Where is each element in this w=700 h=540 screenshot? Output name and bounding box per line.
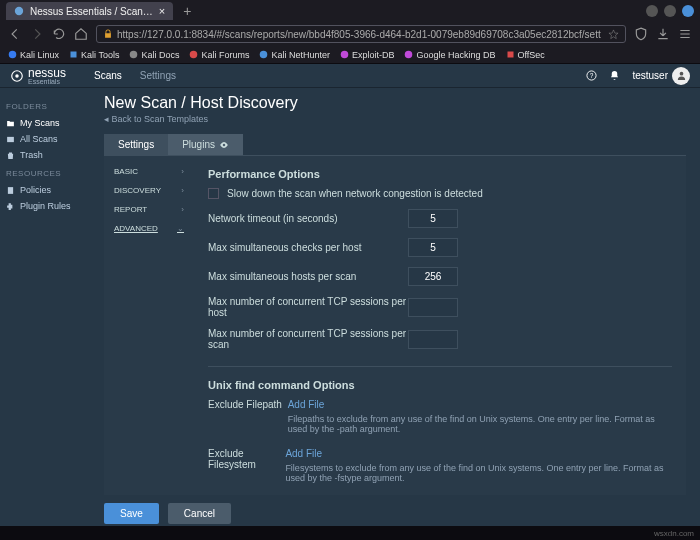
maxchecks-input[interactable] xyxy=(408,238,458,257)
sidebar-item-my-scans[interactable]: My Scans xyxy=(6,115,84,131)
bookmark-exploit-db[interactable]: Exploit-DB xyxy=(340,50,395,60)
tcphost-label: Max number of concurrent TCP sessions pe… xyxy=(208,296,408,318)
sidebar-item-plugin-rules[interactable]: Plugin Rules xyxy=(6,198,84,214)
exclude-filepath-add[interactable]: Add File xyxy=(288,399,325,410)
tab-settings[interactable]: Settings xyxy=(104,134,168,155)
slowdown-label: Slow down the scan when network congesti… xyxy=(227,188,483,199)
back-icon[interactable] xyxy=(8,27,22,41)
cancel-button[interactable]: Cancel xyxy=(168,503,231,524)
avatar xyxy=(672,67,690,85)
cat-report[interactable]: REPORT› xyxy=(104,200,194,219)
shield-icon[interactable] xyxy=(634,27,648,41)
home-icon[interactable] xyxy=(74,27,88,41)
tab-title: Nessus Essentials / Scan… xyxy=(30,6,153,17)
tools-icon xyxy=(69,50,78,59)
timeout-label: Network timeout (in seconds) xyxy=(208,213,408,224)
statusbar: wsxdn.com xyxy=(0,526,700,540)
exploitdb-icon xyxy=(340,50,349,59)
timeout-input[interactable] xyxy=(408,209,458,228)
chevron-right-icon: › xyxy=(181,186,184,195)
help-icon[interactable]: ? xyxy=(586,70,597,81)
save-button[interactable]: Save xyxy=(104,503,159,524)
bookmark-kali-tools[interactable]: Kali Tools xyxy=(69,50,119,60)
nav-settings[interactable]: Settings xyxy=(140,70,176,81)
chevron-right-icon: › xyxy=(181,205,184,214)
bookmark-star-icon[interactable] xyxy=(608,29,619,40)
scan-tabs: Settings Plugins xyxy=(104,134,686,155)
bell-icon[interactable] xyxy=(609,70,620,81)
svg-text:?: ? xyxy=(590,72,594,79)
cat-discovery[interactable]: DISCOVERY› xyxy=(104,181,194,200)
exclude-filepath-label: Exclude Filepath xyxy=(208,399,288,410)
bookmark-ghdb[interactable]: Google Hacking DB xyxy=(404,50,495,60)
nethunter-icon xyxy=(259,50,268,59)
svg-point-7 xyxy=(405,51,413,59)
folder-icon xyxy=(6,119,15,128)
browser-tab[interactable]: Nessus Essentials / Scan… × xyxy=(6,2,173,20)
unix-heading: Unix find command Options xyxy=(208,379,672,391)
svg-point-6 xyxy=(341,51,349,59)
url-input[interactable]: https://127.0.0.1:8834/#/scans/reports/n… xyxy=(96,25,626,43)
tcpscan-input[interactable] xyxy=(408,330,458,349)
main-content: New Scan / Host Discovery Back to Scan T… xyxy=(90,88,700,526)
offsec-icon xyxy=(506,50,515,59)
download-icon[interactable] xyxy=(656,27,670,41)
maxhosts-input[interactable] xyxy=(408,267,458,286)
sidebar: FOLDERS My Scans All Scans Trash RESOURC… xyxy=(0,88,90,526)
sidebar-header-resources: RESOURCES xyxy=(6,169,84,178)
cat-advanced[interactable]: ADVANCED⌄ xyxy=(104,219,194,238)
cat-basic[interactable]: BASIC› xyxy=(104,162,194,181)
nessus-logo[interactable]: nessus Essentials xyxy=(10,66,66,85)
svg-point-10 xyxy=(15,74,19,78)
bookmark-kali-docs[interactable]: Kali Docs xyxy=(129,50,179,60)
sidebar-item-all-scans[interactable]: All Scans xyxy=(6,131,84,147)
scans-icon xyxy=(6,135,15,144)
plugin-icon xyxy=(6,202,15,211)
chevron-down-icon: ⌄ xyxy=(177,224,184,233)
maxhosts-label: Max simultaneous hosts per scan xyxy=(208,271,408,282)
trash-icon xyxy=(6,151,15,160)
exclude-filepath-desc: Filepaths to exclude from any use of the… xyxy=(288,414,672,434)
window-controls xyxy=(646,5,694,17)
window-max-icon[interactable] xyxy=(664,5,676,17)
svg-rect-14 xyxy=(7,136,14,141)
tcphost-input[interactable] xyxy=(408,298,458,317)
nessus-favicon xyxy=(14,6,24,16)
svg-point-1 xyxy=(9,51,17,59)
menu-icon[interactable] xyxy=(678,27,692,41)
sidebar-item-policies[interactable]: Policies xyxy=(6,182,84,198)
sidebar-header-folders: FOLDERS xyxy=(6,102,84,111)
window-close-icon[interactable] xyxy=(682,5,694,17)
svg-point-3 xyxy=(130,51,138,59)
svg-point-5 xyxy=(260,51,268,59)
bookmarks-bar: Kali Linux Kali Tools Kali Docs Kali For… xyxy=(0,46,700,64)
nessus-header: nessus Essentials Scans Settings ? testu… xyxy=(0,64,700,88)
exclude-filesystem-add[interactable]: Add File xyxy=(285,448,322,459)
slowdown-checkbox[interactable] xyxy=(208,188,219,199)
bookmark-kali-forums[interactable]: Kali Forums xyxy=(189,50,249,60)
nessus-nav: Scans Settings xyxy=(94,70,176,81)
user-menu[interactable]: testuser xyxy=(632,67,690,85)
bookmark-kali-linux[interactable]: Kali Linux xyxy=(8,50,59,60)
tab-plugins[interactable]: Plugins xyxy=(168,134,243,155)
policies-icon xyxy=(6,186,15,195)
nav-scans[interactable]: Scans xyxy=(94,70,122,81)
sidebar-item-trash[interactable]: Trash xyxy=(6,147,84,163)
person-icon xyxy=(676,70,687,81)
page-title: New Scan / Host Discovery xyxy=(104,94,686,112)
new-tab-button[interactable]: + xyxy=(183,3,191,19)
bookmark-offsec[interactable]: OffSec xyxy=(506,50,545,60)
back-link[interactable]: Back to Scan Templates xyxy=(104,114,686,124)
close-tab-icon[interactable]: × xyxy=(159,5,165,17)
nessus-logo-icon xyxy=(10,69,24,83)
bookmark-nethunter[interactable]: Kali NetHunter xyxy=(259,50,330,60)
svg-point-4 xyxy=(190,51,198,59)
chevron-right-icon: › xyxy=(181,167,184,176)
lock-icon xyxy=(103,29,113,39)
forward-icon[interactable] xyxy=(30,27,44,41)
separator xyxy=(208,366,672,367)
window-min-icon[interactable] xyxy=(646,5,658,17)
ghdb-icon xyxy=(404,50,413,59)
refresh-icon[interactable] xyxy=(52,27,66,41)
settings-body: Performance Options Slow down the scan w… xyxy=(194,156,686,495)
